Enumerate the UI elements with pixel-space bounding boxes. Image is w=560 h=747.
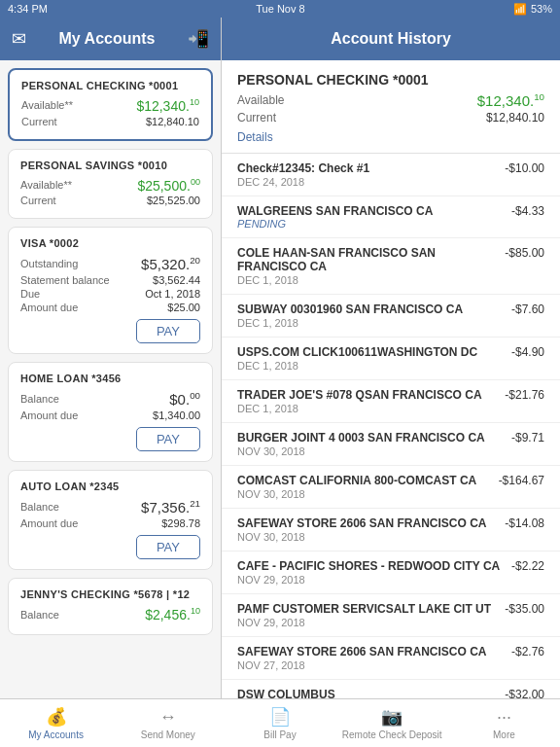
transaction-item[interactable]: Check#12345: Check #1-$10.00DEC 24, 2018	[222, 154, 560, 196]
balance-value: $2,456.10	[145, 606, 200, 622]
transaction-header: WALGREENS SAN FRANCISCO CA-$4.33	[237, 204, 544, 218]
transaction-item[interactable]: SAFEWAY STORE 2606 SAN FRANCISCO CA-$14.…	[222, 509, 560, 551]
tab-my-accounts[interactable]: 💰 My Accounts	[0, 699, 112, 747]
tab-my-accounts-label: My Accounts	[28, 729, 84, 740]
available-label: Available**	[20, 179, 72, 191]
available-value: $25,500.00	[137, 177, 200, 194]
transaction-amount: -$85.00	[505, 246, 544, 260]
transaction-name: SAFEWAY STORE 2606 SAN FRANCISCO CA	[237, 645, 511, 658]
envelope-icon: ✉	[12, 28, 26, 50]
account-current-row: Current $12,840.10	[21, 116, 199, 127]
account-current-row: Current $25,525.00	[20, 195, 200, 206]
transaction-name: COLE HAAN-SAN FRANCISCO SAN FRANCISCO CA	[237, 246, 505, 273]
account-amount-due-row: Amount due $298.78	[20, 517, 200, 529]
send-money-icon: ↔	[159, 707, 177, 728]
transaction-item[interactable]: SAFEWAY STORE 2606 SAN FRANCISCO CA-$2.7…	[222, 637, 560, 680]
transaction-header: DSW COLUMBUS-$32.00	[237, 688, 544, 698]
transaction-date: NOV 30, 2018	[237, 531, 544, 543]
account-card-auto-loan[interactable]: AUTO LOAN *2345 Balance $7,356.21 Amount…	[8, 470, 213, 570]
transaction-item[interactable]: WALGREENS SAN FRANCISCO CA-$4.33PENDING	[222, 196, 560, 238]
status-day: Tue Nov 8	[256, 3, 304, 15]
transaction-header: SAFEWAY STORE 2606 SAN FRANCISCO CA-$2.7…	[237, 645, 544, 658]
account-name: PERSONAL SAVINGS *0010	[20, 160, 200, 171]
transaction-item[interactable]: TRADER JOE'S #078 QSAN FRANCISCO CA-$21.…	[222, 380, 560, 423]
account-outstanding-row: Outstanding $5,320.20	[20, 255, 200, 272]
transfer-icon[interactable]: 📲	[188, 28, 209, 50]
account-card-visa[interactable]: VISA *0002 Outstanding $5,320.20 Stateme…	[8, 227, 213, 354]
transaction-header: SAFEWAY STORE 2606 SAN FRANCISCO CA-$14.…	[237, 516, 544, 530]
transaction-amount: -$164.67	[499, 474, 544, 487]
status-bar: 4:34 PM Tue Nov 8 📶 53%	[0, 0, 560, 18]
account-available-row: Available** $25,500.00	[20, 177, 200, 194]
tab-remote-check[interactable]: 📷 Remote Check Deposit	[336, 699, 448, 747]
transaction-header: BURGER JOINT 4 0003 SAN FRANCISCO CA-$9.…	[237, 431, 544, 445]
home-loan-pay-button[interactable]: PAY	[136, 427, 200, 451]
account-card-personal-checking[interactable]: PERSONAL CHECKING *0001 Available** $12,…	[8, 68, 213, 141]
transaction-amount: -$10.00	[505, 161, 544, 175]
account-balance-row: Balance $2,456.10	[20, 606, 200, 622]
transaction-date: NOV 30, 2018	[237, 445, 544, 457]
account-balance-row: Balance $7,356.21	[20, 498, 200, 516]
account-amount-due-row: Amount due $25.00	[20, 302, 200, 313]
summary-available-row: Available $12,340.10	[237, 91, 544, 109]
outstanding-label: Outstanding	[20, 258, 78, 269]
account-statement-row: Statement balance $3,562.44	[20, 274, 200, 286]
transaction-item[interactable]: USPS.COM CLICK100611WASHINGTON DC-$4.90D…	[222, 338, 560, 380]
transaction-name: SAFEWAY STORE 2606 SAN FRANCISCO CA	[237, 516, 505, 530]
transaction-date: NOV 29, 2018	[237, 617, 544, 628]
tab-more[interactable]: ··· More	[448, 699, 560, 747]
balance-value: $7,356.21	[141, 498, 200, 516]
transaction-item[interactable]: BURGER JOINT 4 0003 SAN FRANCISCO CA-$9.…	[222, 423, 560, 466]
transaction-date: DEC 1, 2018	[237, 360, 544, 372]
account-name: PERSONAL CHECKING *0001	[21, 80, 199, 91]
summary-available-value: $12,340.10	[477, 91, 544, 109]
summary-account-name: PERSONAL CHECKING *0001	[237, 72, 544, 88]
visa-pay-button[interactable]: PAY	[136, 319, 200, 343]
transaction-header: COMCAST CALIFORNIA 800-COMCAST CA-$164.6…	[237, 474, 544, 487]
transaction-item[interactable]: CAFE - PACIFIC SHORES - REDWOOD CITY CA-…	[222, 551, 560, 594]
account-summary: PERSONAL CHECKING *0001 Available $12,34…	[222, 60, 560, 154]
tab-bill-pay[interactable]: 📄 Bill Pay	[224, 699, 335, 747]
transaction-name: COMCAST CALIFORNIA 800-COMCAST CA	[237, 474, 499, 487]
account-card-home-loan[interactable]: HOME LOAN *3456 Balance $0.00 Amount due…	[8, 362, 213, 462]
transaction-name: PAMF CUSTOMER SERVICSALT LAKE CIT UT	[237, 602, 505, 616]
account-name: JENNY'S CHECKING *5678 | *12	[20, 588, 200, 600]
main-container: ✉ My Accounts 📲 PERSONAL CHECKING *0001 …	[0, 18, 560, 698]
transaction-date: DEC 24, 2018	[237, 176, 544, 188]
transaction-header: COLE HAAN-SAN FRANCISCO SAN FRANCISCO CA…	[237, 246, 544, 273]
transaction-item[interactable]: DSW COLUMBUS-$32.00NOV 27, 2018	[222, 680, 560, 698]
right-header: Account History	[222, 18, 560, 60]
transaction-item[interactable]: PAMF CUSTOMER SERVICSALT LAKE CIT UT-$35…	[222, 594, 560, 637]
wifi-icon: 📶	[513, 3, 527, 16]
transaction-name: BURGER JOINT 4 0003 SAN FRANCISCO CA	[237, 431, 511, 445]
transaction-header: PAMF CUSTOMER SERVICSALT LAKE CIT UT-$35…	[237, 602, 544, 616]
details-link[interactable]: Details	[237, 130, 273, 144]
battery-indicator: 53%	[531, 3, 552, 15]
account-card-jenny-checking[interactable]: JENNY'S CHECKING *5678 | *12 Balance $2,…	[8, 578, 213, 635]
transaction-date: DEC 1, 2018	[237, 317, 544, 329]
transaction-item[interactable]: COMCAST CALIFORNIA 800-COMCAST CA-$164.6…	[222, 466, 560, 509]
amount-due-value: $25.00	[167, 302, 200, 313]
amount-due-value: $1,340.00	[153, 409, 200, 421]
outstanding-value: $5,320.20	[141, 255, 200, 272]
amount-due-label: Amount due	[20, 517, 78, 529]
transaction-amount: -$9.71	[511, 431, 544, 445]
transaction-name: Check#12345: Check #1	[237, 161, 505, 175]
tab-send-money[interactable]: ↔ Send Money	[112, 699, 224, 747]
left-panel: ✉ My Accounts 📲 PERSONAL CHECKING *0001 …	[0, 18, 222, 698]
transaction-item[interactable]: COLE HAAN-SAN FRANCISCO SAN FRANCISCO CA…	[222, 238, 560, 295]
transaction-item[interactable]: SUBWAY 00301960 SAN FRANCISCO CA-$7.60DE…	[222, 295, 560, 338]
auto-loan-pay-button[interactable]: PAY	[136, 535, 200, 559]
account-card-personal-savings[interactable]: PERSONAL SAVINGS *0010 Available** $25,5…	[8, 149, 213, 220]
transaction-name: USPS.COM CLICK100611WASHINGTON DC	[237, 345, 511, 359]
status-indicators: 📶 53%	[513, 3, 552, 16]
amount-due-label: Amount due	[20, 302, 78, 313]
available-label: Available**	[21, 99, 73, 111]
account-available-row: Available** $12,340.10	[21, 97, 199, 114]
accounts-list: PERSONAL CHECKING *0001 Available** $12,…	[0, 60, 221, 698]
left-panel-title: My Accounts	[59, 30, 156, 48]
transaction-amount: -$35.00	[505, 602, 544, 616]
current-label: Current	[20, 195, 56, 206]
account-due-date-row: Due Oct 1, 2018	[20, 288, 200, 300]
balance-label: Balance	[20, 393, 59, 405]
